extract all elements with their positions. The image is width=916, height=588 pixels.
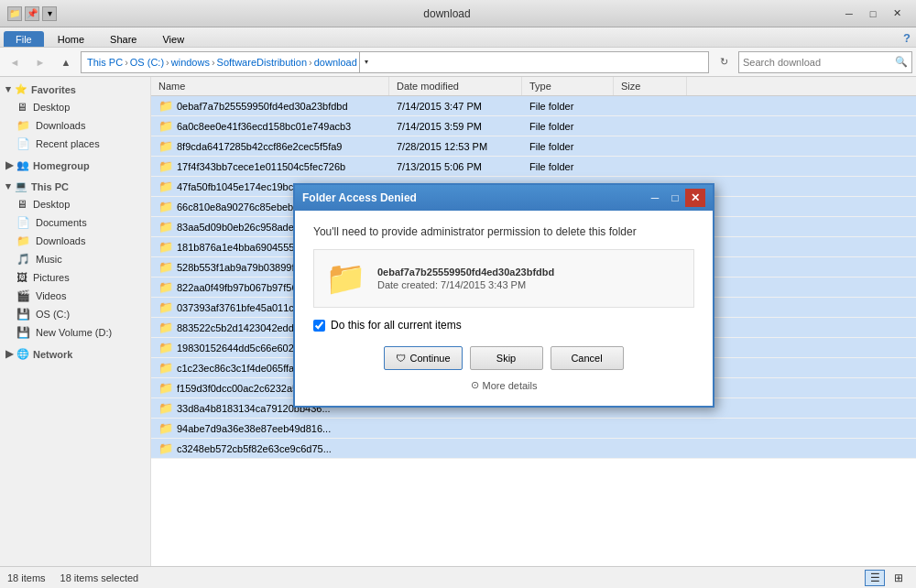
continue-button[interactable]: 🛡 Continue — [384, 346, 462, 370]
dialog-checkbox[interactable] — [313, 320, 325, 332]
dialog-more-details[interactable]: ⊙ More details — [313, 379, 694, 391]
continue-shield-icon: 🛡 — [396, 353, 406, 364]
skip-label: Skip — [496, 353, 516, 364]
cancel-button[interactable]: Cancel — [551, 346, 624, 370]
dialog-folder-name: 0ebaf7a7b25559950fd4ed30a23bfdbd — [377, 267, 554, 278]
folder-access-denied-dialog: Folder Access Denied ─ □ ✕ You'll need t… — [293, 183, 714, 408]
dialog-close-button[interactable]: ✕ — [685, 189, 705, 207]
dialog-titlebar: Folder Access Denied ─ □ ✕ — [295, 185, 713, 211]
more-details-label: More details — [483, 380, 538, 391]
folder-details: 0ebaf7a7b25559950fd4ed30a23bfdbd Date cr… — [377, 267, 554, 290]
dialog-title: Folder Access Denied — [302, 191, 645, 204]
cancel-label: Cancel — [571, 353, 602, 364]
dialog-maximize-button[interactable]: □ — [665, 189, 685, 207]
dialog-body: You'll need to provide administrator per… — [295, 211, 713, 406]
continue-label: Continue — [409, 353, 450, 364]
dialog-buttons: 🛡 Continue Skip Cancel — [313, 346, 694, 370]
folder-big-icon: 📁 — [325, 259, 366, 298]
dialog-minimize-button[interactable]: ─ — [645, 189, 665, 207]
skip-button[interactable]: Skip — [470, 346, 543, 370]
dialog-checkbox-label: Do this for all current items — [331, 319, 462, 332]
dialog-checkbox-row: Do this for all current items — [313, 319, 694, 332]
dialog-message: You'll need to provide administrator per… — [313, 225, 694, 238]
more-details-icon: ⊙ — [471, 379, 479, 391]
dialog-overlay: Folder Access Denied ─ □ ✕ You'll need t… — [0, 0, 916, 588]
dialog-folder-info: 📁 0ebaf7a7b25559950fd4ed30a23bfdbd Date … — [313, 249, 694, 308]
dialog-folder-date: Date created: 7/14/2015 3:43 PM — [377, 279, 554, 290]
